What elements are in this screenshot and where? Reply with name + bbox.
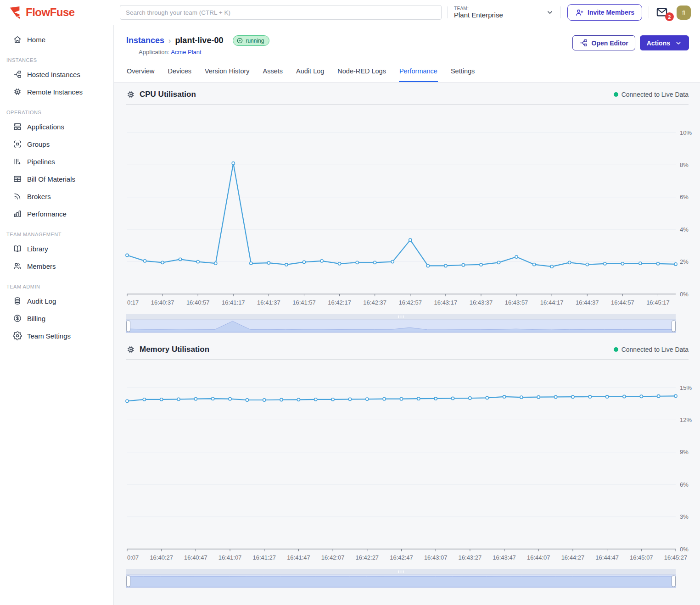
application-line: Application: Acme Plant bbox=[126, 46, 269, 56]
divider bbox=[447, 6, 448, 18]
svg-text:16:40:57: 16:40:57 bbox=[186, 299, 210, 306]
svg-text:16:40:47: 16:40:47 bbox=[184, 554, 207, 561]
members-icon bbox=[13, 261, 22, 271]
svg-text:0%: 0% bbox=[680, 546, 689, 553]
billing-icon bbox=[13, 314, 22, 323]
sidebar-item-members[interactable]: Members bbox=[0, 257, 113, 275]
cpu-range-slider[interactable] bbox=[126, 314, 689, 335]
memory-range-slider[interactable] bbox=[126, 569, 689, 590]
svg-text:16:41:57: 16:41:57 bbox=[292, 299, 316, 306]
sidebar-item-audit-log[interactable]: Audit Log bbox=[0, 292, 113, 310]
svg-text:16:43:47: 16:43:47 bbox=[493, 554, 516, 561]
svg-text:16:41:07: 16:41:07 bbox=[218, 554, 242, 561]
sidebar-item-team-settings[interactable]: Team Settings bbox=[0, 327, 113, 344]
tab-node-red-logs[interactable]: Node-RED Logs bbox=[337, 64, 386, 82]
tab-version-history[interactable]: Version History bbox=[204, 64, 250, 82]
actions-label: Actions bbox=[647, 39, 670, 47]
notification-badge: 2 bbox=[665, 12, 674, 21]
notifications-button[interactable]: 2 bbox=[655, 6, 670, 19]
slider-handle-left[interactable] bbox=[127, 321, 130, 332]
svg-text:16:45:27: 16:45:27 bbox=[664, 554, 688, 561]
memory-live-status: Connected to Live Data bbox=[614, 346, 689, 353]
tab-audit-log[interactable]: Audit Log bbox=[296, 64, 325, 82]
sidebar: HomeINSTANCESHosted InstancesRemote Inst… bbox=[0, 25, 114, 605]
sidebar-item-pipelines[interactable]: Pipelines bbox=[0, 153, 113, 170]
sidebar-section-heading: TEAM ADMIN bbox=[6, 284, 113, 289]
groups-icon bbox=[13, 139, 22, 149]
memory-utilisation-chart[interactable]: 0%3%6%9%12%15%0:0716:40:2716:40:4716:41:… bbox=[126, 362, 689, 563]
actions-button[interactable]: Actions bbox=[640, 35, 689, 50]
sidebar-item-home[interactable]: Home bbox=[0, 31, 113, 48]
sidebar-item-applications[interactable]: Applications bbox=[0, 118, 113, 135]
svg-text:16:42:47: 16:42:47 bbox=[390, 554, 413, 561]
open-editor-button[interactable]: Open Editor bbox=[572, 35, 635, 50]
flowfuse-mark-icon bbox=[8, 6, 22, 19]
svg-text:16:40:27: 16:40:27 bbox=[150, 554, 173, 561]
cpu-live-status: Connected to Live Data bbox=[614, 91, 689, 98]
team-settings-icon bbox=[13, 331, 22, 340]
running-status-icon bbox=[236, 37, 243, 44]
editor-nodes-icon bbox=[579, 39, 588, 47]
svg-text:16:44:47: 16:44:47 bbox=[595, 554, 619, 561]
divider bbox=[560, 6, 561, 18]
brokers-icon bbox=[13, 192, 22, 201]
application-link[interactable]: Acme Plant bbox=[171, 49, 201, 56]
svg-text:2%: 2% bbox=[680, 258, 689, 265]
svg-text:16:44:07: 16:44:07 bbox=[527, 554, 550, 561]
remote-instances-icon bbox=[13, 87, 22, 96]
sidebar-item-bill-of-materials[interactable]: Bill Of Materials bbox=[0, 170, 113, 188]
sidebar-item-remote-instances[interactable]: Remote Instances bbox=[0, 83, 113, 100]
slider-handle-right[interactable] bbox=[672, 576, 676, 587]
cpu-chip-icon bbox=[126, 90, 135, 99]
tab-devices[interactable]: Devices bbox=[167, 64, 192, 82]
svg-text:16:41:37: 16:41:37 bbox=[257, 299, 280, 306]
cpu-utilisation-chart[interactable]: 0%2%4%6%8%10%0:1716:40:3716:40:5716:41:1… bbox=[126, 107, 689, 308]
sidebar-item-library[interactable]: Library bbox=[0, 240, 113, 257]
instance-name: plant-live-00 bbox=[175, 36, 223, 45]
svg-text:3%: 3% bbox=[680, 513, 689, 520]
sidebar-item-groups[interactable]: Groups bbox=[0, 135, 113, 153]
sidebar-item-label: Bill Of Materials bbox=[27, 175, 75, 183]
sidebar-item-label: Team Settings bbox=[27, 332, 71, 340]
breadcrumb-instances-link[interactable]: Instances bbox=[126, 36, 164, 45]
brand-name: FlowFuse bbox=[26, 6, 75, 19]
top-navigation: FlowFuse TEAM: Plant Enterprise Invite M… bbox=[0, 0, 700, 25]
team-search-input[interactable] bbox=[120, 5, 442, 20]
slider-handle-right[interactable] bbox=[672, 321, 676, 332]
sidebar-item-label: Remote Instances bbox=[27, 88, 83, 96]
svg-text:16:40:37: 16:40:37 bbox=[151, 299, 174, 306]
hosted-instances-icon bbox=[13, 70, 22, 79]
sidebar-item-label: Hosted Instances bbox=[27, 71, 80, 78]
tab-overview[interactable]: Overview bbox=[126, 64, 155, 82]
svg-text:9%: 9% bbox=[680, 449, 689, 455]
invite-members-button[interactable]: Invite Members bbox=[567, 4, 642, 21]
tab-assets[interactable]: Assets bbox=[263, 64, 284, 82]
cpu-section-title: CPU Utilisation bbox=[140, 90, 196, 99]
sidebar-item-label: Applications bbox=[27, 123, 64, 131]
svg-text:16:42:07: 16:42:07 bbox=[321, 554, 345, 561]
sidebar-item-label: Pipelines bbox=[27, 158, 55, 166]
chevron-down-icon bbox=[546, 8, 554, 17]
svg-text:16:42:27: 16:42:27 bbox=[356, 554, 379, 561]
sidebar-item-billing[interactable]: Billing bbox=[0, 310, 113, 327]
avatar[interactable]: fl bbox=[677, 6, 691, 20]
sidebar-item-performance[interactable]: Performance bbox=[0, 205, 113, 222]
status-label: running bbox=[246, 38, 264, 44]
breadcrumb-separator: › bbox=[168, 37, 171, 45]
team-selector[interactable]: TEAM: Plant Enterprise bbox=[454, 6, 554, 19]
slider-handle-left[interactable] bbox=[127, 576, 130, 587]
flowfuse-logo[interactable]: FlowFuse bbox=[0, 6, 114, 19]
svg-text:16:41:27: 16:41:27 bbox=[252, 554, 276, 561]
tab-settings[interactable]: Settings bbox=[450, 64, 475, 82]
sidebar-item-brokers[interactable]: Brokers bbox=[0, 188, 113, 205]
status-badge: running bbox=[233, 35, 269, 46]
svg-text:16:42:57: 16:42:57 bbox=[398, 299, 422, 306]
sidebar-item-label: Audit Log bbox=[27, 297, 56, 305]
svg-text:16:43:37: 16:43:37 bbox=[470, 299, 493, 306]
tab-performance[interactable]: Performance bbox=[399, 64, 438, 82]
sidebar-item-label: Home bbox=[27, 36, 45, 44]
sidebar-item-label: Members bbox=[27, 262, 56, 270]
sidebar-item-hosted-instances[interactable]: Hosted Instances bbox=[0, 66, 113, 83]
bill-of-materials-icon bbox=[13, 174, 22, 183]
svg-text:16:43:17: 16:43:17 bbox=[434, 299, 458, 306]
